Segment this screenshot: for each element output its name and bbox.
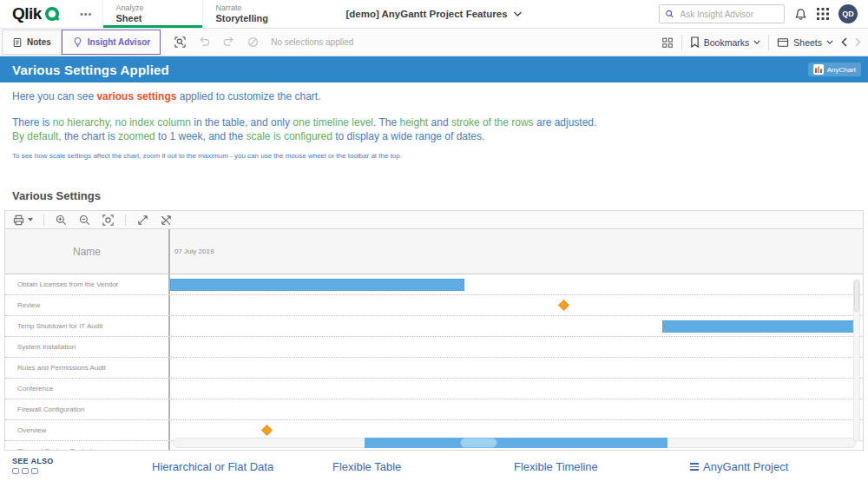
- fit-all-button[interactable]: [136, 214, 149, 227]
- search-icon: [665, 9, 674, 19]
- gantt-body: Obtain Licenses from the VendorReviewTem…: [5, 274, 863, 450]
- zoom-in-button[interactable]: [55, 214, 68, 227]
- chevron-down-icon: [826, 40, 833, 44]
- divider: [681, 35, 682, 50]
- notes-icon: [12, 37, 23, 48]
- chevron-right-icon: [855, 37, 861, 47]
- text-segment: zoomed: [118, 130, 155, 142]
- insight-advisor-label: Insight Advisor: [88, 37, 150, 47]
- text-segment: and: [428, 116, 451, 129]
- zoom-out-icon: [78, 214, 91, 227]
- smart-search-button[interactable]: [174, 36, 187, 49]
- task-bar[interactable]: [662, 320, 855, 333]
- text-segment: height: [400, 116, 429, 129]
- timeline-scrollbar-thumb[interactable]: [460, 438, 496, 448]
- divider: [43, 214, 44, 226]
- zoom-out-button[interactable]: [78, 214, 91, 227]
- user-avatar[interactable]: QD: [838, 4, 858, 23]
- task-timeline-cell: [168, 337, 863, 357]
- notifications-button[interactable]: [794, 8, 807, 21]
- bookmarks-menu[interactable]: Bookmarks: [690, 36, 761, 48]
- anychart-badge[interactable]: AnyChart: [808, 63, 861, 76]
- text-segment: are adjusted.: [534, 116, 597, 129]
- insight-advisor-button[interactable]: Insight Advisor: [62, 30, 161, 55]
- print-caret-icon: [28, 218, 33, 221]
- thumbnail-icon: [12, 468, 19, 474]
- gantt-toolbar: [5, 211, 863, 229]
- smart-search-icon: [174, 36, 187, 49]
- chevron-left-icon: [841, 37, 847, 47]
- app-title-dropdown[interactable]: [demo] AnyGantt Project Features: [345, 0, 522, 28]
- undo-button[interactable]: [198, 36, 211, 49]
- thumbnail-icon: [22, 468, 29, 474]
- grid-icon: [817, 8, 829, 20]
- gantt-row: Firewall Configuration: [5, 399, 863, 420]
- text-segment: various settings: [96, 90, 176, 102]
- text-segment: There is: [12, 116, 53, 129]
- next-sheet-button[interactable]: [855, 37, 861, 47]
- milestone-marker[interactable]: [558, 300, 569, 311]
- task-name: Overview: [5, 420, 168, 440]
- task-name: Obtain Licenses from the Vendor: [5, 274, 168, 294]
- sheet-overview-icon: [661, 36, 674, 49]
- gantt-header: Name 07 July 2019: [5, 229, 863, 274]
- description-line: By default, the chart is zoomed to 1 wee…: [12, 129, 856, 143]
- hamburger-icon: [690, 463, 699, 471]
- text-segment: applied to customize the chart.: [176, 90, 320, 102]
- milestone-marker[interactable]: [261, 425, 273, 436]
- anychart-badge-label: AnyChart: [827, 66, 856, 74]
- task-name: Review: [5, 295, 168, 315]
- reset-zoom-button[interactable]: [160, 214, 173, 227]
- tab-label: Storytelling: [215, 13, 302, 24]
- name-column-header[interactable]: Name: [5, 229, 168, 274]
- see-also-label: SEE ALSO: [12, 457, 54, 465]
- app-launcher-button[interactable]: [817, 8, 829, 20]
- zoom-to-fit-button[interactable]: [102, 214, 115, 227]
- task-timeline-cell: [168, 358, 863, 378]
- previous-sheet-button[interactable]: [841, 37, 847, 47]
- task-timeline-cell: [168, 316, 863, 336]
- vertical-scrollbar-thumb[interactable]: [854, 280, 859, 312]
- see-also-link[interactable]: Hierarchical or Flat Data: [152, 460, 273, 473]
- redo-button[interactable]: [222, 36, 235, 49]
- search-input[interactable]: [679, 9, 779, 20]
- see-also-link[interactable]: AnyGantt Project: [690, 460, 788, 473]
- bookmark-icon: [690, 36, 700, 48]
- divider: [768, 35, 769, 50]
- notes-button[interactable]: Notes: [2, 30, 62, 55]
- tab-narrate-storytelling[interactable]: Narrate Storytelling: [202, 0, 302, 28]
- gantt-row: Obtain Licenses from the Vendor: [5, 274, 863, 295]
- selections-status: No selections applied: [271, 37, 353, 47]
- sheet-overview-button[interactable]: [661, 36, 674, 49]
- see-also-link-label: Flexible Timeline: [514, 460, 598, 473]
- sheet-title: Various Settings Applied: [12, 63, 169, 77]
- sheets-menu[interactable]: Sheets: [777, 37, 833, 48]
- insight-advisor-search[interactable]: [659, 4, 785, 23]
- task-name: Temp Shutdown for IT Audit: [5, 316, 168, 336]
- see-also-link-label: Hierarchical or Flat Data: [152, 460, 273, 473]
- tab-analyze-sheet[interactable]: Analyze Sheet: [102, 0, 202, 28]
- timeline-header[interactable]: 07 July 2019: [168, 229, 863, 274]
- clear-selections-button[interactable]: [247, 36, 260, 49]
- gantt-row: Review: [5, 295, 863, 316]
- see-also-link[interactable]: Flexible Table: [332, 460, 401, 473]
- task-name: Firewall Configuration: [5, 399, 168, 419]
- task-name: Rules and Permissions Audit: [5, 358, 168, 378]
- chart-object-title: Various Settings: [12, 189, 856, 202]
- tab-eyebrow: Analyze: [115, 3, 202, 13]
- qlik-logo[interactable]: Qlik: [0, 0, 69, 28]
- gantt-row: Rules and Permissions Audit: [5, 358, 863, 379]
- clear-selections-icon: [247, 36, 260, 49]
- divider: [125, 214, 126, 226]
- see-also-link[interactable]: Flexible Timeline: [514, 460, 598, 473]
- see-also-thumbnails[interactable]: [12, 468, 38, 474]
- task-bar[interactable]: [170, 279, 464, 291]
- anychart-logo-icon: [813, 64, 824, 75]
- print-button[interactable]: [12, 214, 33, 227]
- timeline-range[interactable]: [365, 438, 667, 448]
- vertical-scrollbar[interactable]: [853, 279, 860, 442]
- thumbnail-icon: [31, 468, 38, 474]
- selection-tools: No selections applied: [174, 29, 353, 56]
- timeline-scrollbar[interactable]: [173, 438, 856, 448]
- more-menu-button[interactable]: •••: [69, 0, 103, 28]
